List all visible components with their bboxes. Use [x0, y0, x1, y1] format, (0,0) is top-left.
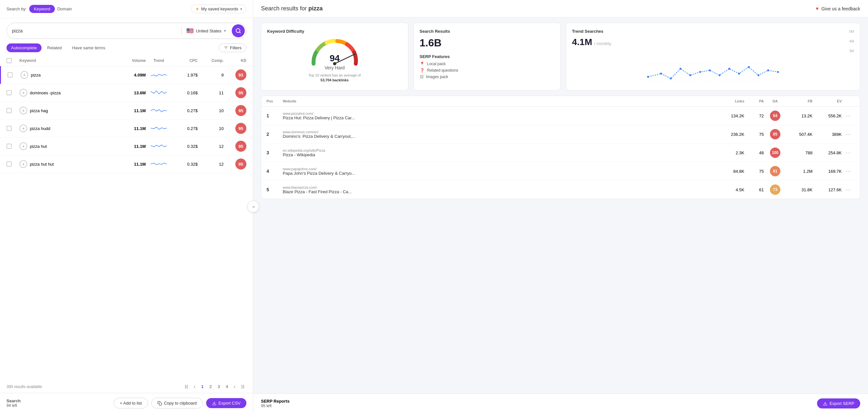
- result-pa: 48: [744, 150, 764, 155]
- col-volume: Volume: [117, 58, 146, 63]
- bottom-label: Search: [6, 399, 21, 403]
- result-url: www.papajohns.com/: [283, 167, 712, 171]
- row-checkbox[interactable]: [6, 162, 20, 167]
- keyword-text: pizza: [31, 73, 40, 77]
- comp-text: 10: [198, 126, 224, 131]
- svg-point-20: [757, 74, 760, 76]
- page-2-button[interactable]: 2: [208, 383, 214, 390]
- more-options-button[interactable]: ···: [842, 112, 855, 119]
- saved-keywords-button[interactable]: ★ My saved keywords ▾: [191, 4, 246, 13]
- result-links: 2.3K: [712, 150, 744, 155]
- right-title: Search results for pizza: [261, 5, 323, 12]
- add-to-list-button[interactable]: + Add to list: [114, 398, 148, 409]
- cpc-text: 0.32$: [172, 162, 198, 167]
- last-page-button[interactable]: ⟩⟩: [239, 383, 246, 390]
- serp-features-title: SERP Features: [420, 54, 555, 59]
- domain-button[interactable]: Domain: [58, 6, 72, 11]
- image-icon: 🖼: [420, 75, 424, 79]
- page-3-button[interactable]: 3: [216, 383, 222, 390]
- prev-page-button[interactable]: ‹: [192, 383, 197, 390]
- feedback-button[interactable]: ♥ Give us a feedback: [816, 6, 860, 12]
- download-icon: [823, 401, 828, 406]
- tab-autocomplete[interactable]: Autocomplete: [6, 43, 41, 52]
- svg-point-11: [670, 77, 672, 79]
- result-pos: 1: [267, 113, 283, 118]
- more-options-button[interactable]: ···: [842, 131, 855, 138]
- expand-arrow-button[interactable]: →: [247, 201, 259, 212]
- result-url: www.dominos.com/en/: [283, 130, 712, 134]
- add-keyword-button[interactable]: +: [20, 125, 27, 132]
- filters-button[interactable]: Filters: [219, 43, 246, 52]
- left-panel: Search by: Keyword Domain ★ My saved key…: [0, 0, 253, 413]
- col-website: Website: [283, 99, 712, 103]
- table-row[interactable]: + pizza hudd 11.1M 0.27$ 10 95: [0, 119, 253, 137]
- result-pa: 75: [744, 132, 764, 137]
- keyword-button[interactable]: Keyword: [29, 5, 55, 13]
- result-url: www.pizzahut.com/: [283, 111, 712, 115]
- first-page-button[interactable]: ⟨⟨: [183, 383, 190, 390]
- more-options-button[interactable]: ···: [842, 149, 855, 156]
- col-pa: PA: [744, 99, 764, 103]
- gauge-desc: Top 10 ranked has an average of 53,704 b…: [308, 73, 361, 83]
- volume-text: 4.09M: [117, 73, 146, 77]
- add-keyword-button[interactable]: +: [21, 71, 28, 79]
- cpc-text: 1.97$: [172, 73, 198, 77]
- comp-text: 12: [198, 144, 224, 149]
- row-checkbox[interactable]: [6, 90, 20, 95]
- col-ev: EV: [812, 99, 842, 103]
- serp-result-row[interactable]: 5 www.blazepizza.com/ Blaze Pizza - Fast…: [261, 180, 860, 199]
- more-options-button[interactable]: ···: [842, 168, 855, 175]
- svg-point-15: [709, 69, 711, 71]
- search-button[interactable]: [232, 24, 245, 37]
- page-4-button[interactable]: 4: [224, 383, 230, 390]
- serp-result-row[interactable]: 4 www.papajohns.com/ Papa John's Pizza D…: [261, 162, 860, 180]
- add-keyword-button[interactable]: +: [20, 89, 27, 97]
- trend-title: Trend Searches: [572, 29, 611, 34]
- row-checkbox[interactable]: [7, 72, 21, 77]
- table-row[interactable]: + pizza 4.09M 1.97$ 9 93: [0, 66, 253, 84]
- serp-feature-related: ❓ Related questions: [420, 68, 555, 73]
- table-row[interactable]: + pizza hag 11.1M 0.27$ 10 95: [0, 102, 253, 119]
- export-serp-button[interactable]: Export SERP: [817, 399, 860, 409]
- result-site-info: www.blazepizza.com/ Blaze Pizza - Fast F…: [283, 185, 712, 194]
- kd-badge: 95: [235, 141, 246, 152]
- country-select[interactable]: 🇺🇸 United States ▾: [182, 24, 230, 38]
- flag-icon: 🇺🇸: [186, 27, 193, 34]
- page-1-button[interactable]: 1: [199, 383, 206, 390]
- result-title: Papa John's Pizza Delivery & Carryo...: [283, 171, 712, 176]
- search-input[interactable]: [7, 25, 182, 37]
- row-checkbox[interactable]: [6, 144, 20, 149]
- svg-point-19: [748, 66, 750, 68]
- copy-clipboard-button[interactable]: Copy to clipboard: [151, 398, 203, 409]
- y-label-4m: 4M: [849, 39, 854, 43]
- export-csv-button[interactable]: Export CSV: [206, 398, 246, 408]
- tab-same-terms[interactable]: Have same terms: [67, 43, 110, 52]
- search-results-for-label: Search results for: [261, 5, 307, 12]
- result-ev: 169.7K: [812, 169, 842, 174]
- result-pos: 3: [267, 150, 283, 155]
- add-keyword-button[interactable]: +: [20, 142, 27, 150]
- metrics-row: Keyword Difficulty 94 Very Hard: [253, 18, 868, 96]
- export-csv-label: Export CSV: [218, 401, 241, 406]
- serp-result-row[interactable]: 2 www.dominos.com/en/ Domino's: Pizza De…: [261, 125, 860, 144]
- add-keyword-button[interactable]: +: [20, 160, 27, 168]
- add-keyword-button[interactable]: +: [20, 107, 27, 114]
- table-row[interactable]: + pizza hut 11.1M 0.32$ 12 95: [0, 137, 253, 155]
- table-row[interactable]: + dominoes -pizza 13.6M 0.16$ 11 95: [0, 84, 253, 102]
- kd-card: Keyword Difficulty 94 Very Hard: [261, 23, 408, 91]
- col-links: Links: [712, 99, 744, 103]
- trend-sparkline: [146, 89, 172, 97]
- next-page-button[interactable]: ›: [232, 383, 237, 390]
- row-checkbox[interactable]: [6, 108, 20, 113]
- serp-result-row[interactable]: 3 en.wikipedia.org/wiki/Pizza Pizza - Wi…: [261, 144, 860, 162]
- checkbox-all[interactable]: [6, 58, 20, 63]
- more-options-button[interactable]: ···: [842, 186, 855, 193]
- tab-related[interactable]: Related: [43, 43, 66, 52]
- row-checkbox[interactable]: [6, 126, 20, 131]
- result-fb: 1.2M: [786, 169, 812, 174]
- y-label-5m: 5M: [849, 30, 854, 33]
- serp-result-row[interactable]: 1 www.pizzahut.com/ Pizza Hut: Pizza Del…: [261, 107, 860, 125]
- trend-chart-container: [572, 57, 854, 84]
- result-fb: 31.8K: [786, 187, 812, 192]
- table-row[interactable]: + pizza hut hut 11.1M 0.32$ 12 95: [0, 155, 253, 173]
